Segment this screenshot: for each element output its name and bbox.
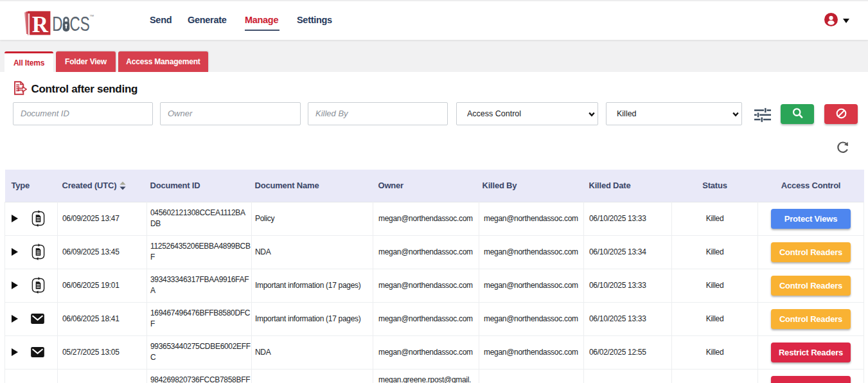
- svg-text:CS: CS: [70, 12, 90, 35]
- svg-text:D: D: [52, 12, 62, 35]
- svg-text:™: ™: [89, 13, 94, 19]
- svg-text:R: R: [32, 12, 49, 37]
